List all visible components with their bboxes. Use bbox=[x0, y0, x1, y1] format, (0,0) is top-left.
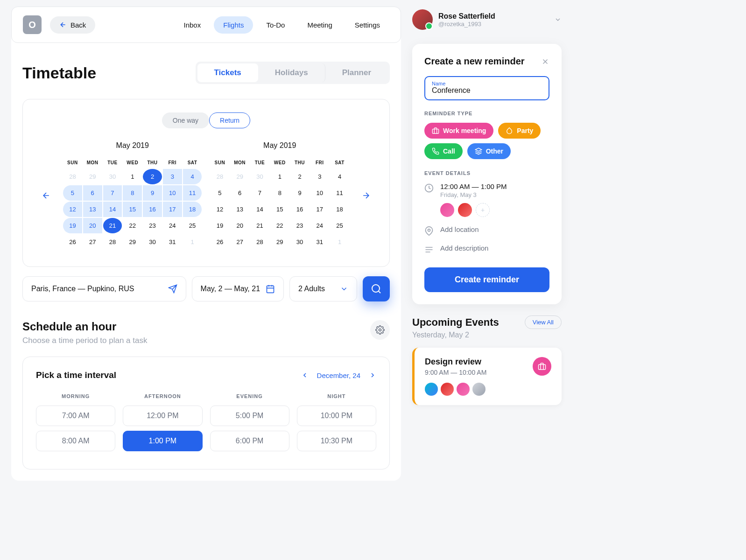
calendar-day[interactable]: 26 bbox=[63, 234, 82, 250]
calendar-day[interactable]: 6 bbox=[83, 185, 102, 201]
user-menu[interactable]: Rose Satterfield @rozetka_1993 bbox=[412, 7, 562, 33]
calendar-day[interactable]: 29 bbox=[230, 169, 249, 184]
calendar-day[interactable]: 7 bbox=[103, 185, 122, 201]
time-date-label[interactable]: December, 24 bbox=[317, 371, 360, 379]
calendar-day[interactable]: 30 bbox=[290, 234, 310, 250]
calendar-day[interactable]: 14 bbox=[103, 202, 122, 217]
calendar-day[interactable]: 28 bbox=[63, 169, 82, 184]
calendar-day[interactable]: 8 bbox=[123, 185, 142, 201]
calendar-day[interactable]: 17 bbox=[310, 202, 329, 217]
calendar-day[interactable]: 11 bbox=[183, 185, 202, 201]
time-slot[interactable]: 7:00 AM bbox=[36, 406, 115, 426]
calendar-day[interactable]: 24 bbox=[310, 218, 329, 233]
calendar-next-button[interactable] bbox=[358, 187, 374, 204]
calendar-day[interactable]: 21 bbox=[250, 218, 269, 233]
calendar-day[interactable]: 28 bbox=[250, 234, 269, 250]
back-button[interactable]: Back bbox=[50, 16, 95, 34]
calendar-day[interactable]: 5 bbox=[63, 185, 82, 201]
calendar-day[interactable]: 29 bbox=[83, 169, 102, 184]
calendar-day[interactable]: 9 bbox=[290, 185, 310, 201]
calendar-day[interactable]: 2 bbox=[290, 169, 310, 184]
search-button[interactable] bbox=[363, 276, 390, 301]
calendar-day[interactable]: 2 bbox=[143, 169, 162, 184]
chevron-right-icon[interactable] bbox=[369, 371, 376, 379]
nav-flights[interactable]: Flights bbox=[214, 16, 253, 34]
calendar-day[interactable]: 16 bbox=[290, 202, 310, 217]
nav-meeting[interactable]: Meeting bbox=[298, 16, 341, 34]
calendar-day[interactable]: 13 bbox=[230, 202, 249, 217]
calendar-day[interactable]: 23 bbox=[290, 218, 310, 233]
time-slot[interactable]: 12:00 PM bbox=[123, 406, 202, 426]
calendar-day[interactable]: 17 bbox=[163, 202, 182, 217]
calendar-day[interactable]: 25 bbox=[330, 218, 349, 233]
calendar-day[interactable]: 26 bbox=[211, 234, 230, 250]
calendar-day[interactable]: 15 bbox=[123, 202, 142, 217]
calendar-day[interactable]: 16 bbox=[143, 202, 162, 217]
time-slot[interactable]: 10:30 PM bbox=[297, 431, 376, 451]
calendar-day[interactable]: 24 bbox=[163, 218, 182, 233]
calendar-day[interactable]: 7 bbox=[250, 185, 269, 201]
create-reminder-button[interactable]: Create reminder bbox=[424, 267, 549, 292]
calendar-day[interactable]: 30 bbox=[250, 169, 269, 184]
reminder-name-field[interactable]: Name bbox=[424, 76, 549, 100]
calendar-day[interactable]: 1 bbox=[330, 234, 349, 250]
calendar-day[interactable]: 20 bbox=[83, 218, 102, 233]
calendar-day[interactable]: 31 bbox=[310, 234, 329, 250]
calendar-day[interactable]: 10 bbox=[163, 185, 182, 201]
close-icon[interactable] bbox=[541, 57, 549, 66]
calendar-day[interactable]: 14 bbox=[250, 202, 269, 217]
settings-button[interactable] bbox=[370, 320, 390, 340]
calendar-day[interactable]: 4 bbox=[330, 169, 349, 184]
segment-holidays[interactable]: Holidays bbox=[258, 63, 325, 82]
calendar-day[interactable]: 25 bbox=[183, 218, 202, 233]
calendar-day[interactable]: 23 bbox=[143, 218, 162, 233]
route-input[interactable]: Paris, France — Pupkino, RUS bbox=[22, 276, 186, 301]
time-slot[interactable]: 8:00 AM bbox=[36, 431, 115, 451]
chip-call[interactable]: Call bbox=[424, 143, 463, 159]
segment-tickets[interactable]: Tickets bbox=[197, 63, 258, 82]
calendar-day[interactable]: 29 bbox=[270, 234, 289, 250]
calendar-prev-button[interactable] bbox=[38, 187, 55, 204]
time-slot[interactable]: 6:00 PM bbox=[210, 431, 289, 451]
calendar-day[interactable]: 30 bbox=[143, 234, 162, 250]
chevron-left-icon[interactable] bbox=[301, 371, 309, 379]
segment-planner[interactable]: Planner bbox=[325, 63, 388, 82]
calendar-day[interactable]: 12 bbox=[211, 202, 230, 217]
calendar-day[interactable]: 8 bbox=[270, 185, 289, 201]
event-card[interactable]: Design review 9:00 AM — 10:00 AM bbox=[412, 348, 562, 405]
calendar-day[interactable]: 18 bbox=[330, 202, 349, 217]
trip-one-way[interactable]: One way bbox=[162, 112, 209, 128]
calendar-day[interactable]: 15 bbox=[270, 202, 289, 217]
calendar-day[interactable]: 3 bbox=[310, 169, 329, 184]
calendar-day[interactable]: 19 bbox=[211, 218, 230, 233]
nav-inbox[interactable]: Inbox bbox=[175, 16, 211, 34]
detail-description[interactable]: Add description bbox=[424, 244, 549, 254]
calendar-day[interactable]: 19 bbox=[63, 218, 82, 233]
calendar-day[interactable]: 1 bbox=[183, 234, 202, 250]
detail-time[interactable]: 12:00 AM — 1:00 PM Friday, May 3 + bbox=[424, 182, 549, 217]
calendar-day[interactable]: 12 bbox=[63, 202, 82, 217]
time-slot[interactable]: 10:00 PM bbox=[297, 406, 376, 426]
calendar-day[interactable]: 13 bbox=[83, 202, 102, 217]
calendar-day[interactable]: 6 bbox=[230, 185, 249, 201]
reminder-name-input[interactable] bbox=[432, 86, 542, 95]
chip-party[interactable]: Party bbox=[498, 123, 541, 139]
calendar-day[interactable]: 20 bbox=[230, 218, 249, 233]
add-attendee-button[interactable]: + bbox=[476, 203, 490, 217]
attendee-avatar[interactable] bbox=[440, 203, 454, 217]
time-slot[interactable]: 5:00 PM bbox=[210, 406, 289, 426]
calendar-day[interactable]: 29 bbox=[123, 234, 142, 250]
detail-location[interactable]: Add location bbox=[424, 225, 549, 236]
calendar-day[interactable]: 30 bbox=[103, 169, 122, 184]
time-slot[interactable]: 1:00 PM bbox=[123, 431, 202, 451]
calendar-day[interactable]: 10 bbox=[310, 185, 329, 201]
calendar-day[interactable]: 22 bbox=[123, 218, 142, 233]
calendar-day[interactable]: 1 bbox=[123, 169, 142, 184]
calendar-day[interactable]: 5 bbox=[211, 185, 230, 201]
pax-select[interactable]: 2 Adults bbox=[289, 276, 357, 301]
calendar-day[interactable]: 27 bbox=[83, 234, 102, 250]
calendar-day[interactable]: 9 bbox=[143, 185, 162, 201]
nav-settings[interactable]: Settings bbox=[345, 16, 389, 34]
trip-return[interactable]: Return bbox=[209, 112, 250, 128]
chip-other[interactable]: Other bbox=[467, 143, 511, 159]
